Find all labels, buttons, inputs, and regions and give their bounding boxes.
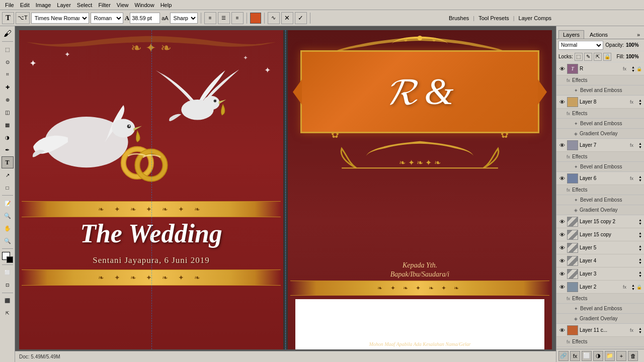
text-warp-btn[interactable]: ⌥T <box>16 12 30 24</box>
cancel-btn[interactable]: ✕ <box>281 12 293 24</box>
layer-visibility-8[interactable]: 👁 <box>558 99 566 106</box>
gradient-2[interactable]: ◈ Gradient Overlay <box>556 314 644 324</box>
layer-visibility-4[interactable]: 👁 <box>558 257 566 264</box>
layer-arrows-15c[interactable]: ▲▼ <box>638 231 642 238</box>
layer-item-r[interactable]: 👁 T R fx ▲▼ 🔒 <box>556 62 644 75</box>
layer-visibility-3[interactable]: 👁 <box>558 270 566 278</box>
font-family-select[interactable]: Times New Roman... <box>31 13 89 24</box>
layer-comps-label[interactable]: Layer Comps <box>519 15 551 21</box>
layer-item-6[interactable]: 👁 Layer 6 fx ▲▼ <box>556 172 644 185</box>
layer-arrows-r[interactable]: ▲▼ <box>631 65 635 72</box>
tool-presets-label[interactable]: Tool Presets <box>478 15 509 21</box>
brushes-label[interactable]: Brushes <box>449 15 469 21</box>
bevel-2[interactable]: ✦ Bevel and Emboss <box>556 304 644 314</box>
bevel-7[interactable]: ✦ Bevel and Emboss <box>556 162 644 172</box>
color-swatch-btn[interactable] <box>250 13 261 24</box>
layer-arrows-11c[interactable]: ▲▼ <box>638 327 642 334</box>
tool-marquee[interactable]: ⬚ <box>2 43 14 55</box>
tool-screen-mode[interactable]: ⬛ <box>2 295 14 307</box>
layer-fx-btn[interactable]: fx <box>570 351 580 361</box>
foreground-color[interactable] <box>2 252 13 263</box>
layer-adj-btn[interactable]: ◑ <box>593 351 603 361</box>
bevel-8[interactable]: ✦ Bevel and Emboss <box>556 119 644 129</box>
menu-window[interactable]: Window <box>132 2 157 9</box>
layer-visibility-6[interactable]: 👁 <box>558 175 566 182</box>
layer-arrows-8[interactable]: ▲▼ <box>638 99 642 106</box>
tool-lasso[interactable]: ⊙ <box>2 56 14 68</box>
tool-crop[interactable]: ⌗ <box>2 68 14 80</box>
layers-tab[interactable]: Layers <box>558 30 584 39</box>
layer-arrows-3[interactable]: ▲▼ <box>638 270 642 278</box>
tool-type[interactable]: T <box>2 156 14 168</box>
layer-group-btn[interactable]: 📁 <box>605 351 615 361</box>
tool-eraser[interactable]: ◫ <box>2 106 14 118</box>
font-style-select[interactable]: Roman <box>91 13 123 24</box>
layer-list[interactable]: 👁 T R fx ▲▼ 🔒 fx Effects ✦ Bevel and Emb… <box>556 62 644 349</box>
blend-mode-select[interactable]: Normal <box>558 41 603 50</box>
tool-notes[interactable]: 📝 <box>2 197 14 209</box>
tool-shape[interactable]: □ <box>2 182 14 194</box>
layer-visibility-15c[interactable]: 👁 <box>558 231 566 238</box>
layer-arrows-7[interactable]: ▲▼ <box>638 142 642 149</box>
type-tool-icon[interactable]: T <box>2 12 14 24</box>
layer-item-4[interactable]: 👁 Layer 4 ▲▼ <box>556 254 644 267</box>
layer-arrows-4[interactable]: ▲▼ <box>638 257 642 264</box>
layer-item-5[interactable]: 👁 Layer 5 ▲▼ <box>556 241 644 254</box>
layer-link-btn[interactable]: 🔗 <box>558 351 569 361</box>
menu-filter[interactable]: Filter <box>95 2 113 9</box>
actions-tab[interactable]: Actions <box>585 30 612 39</box>
tool-quickmask[interactable]: ⊡ <box>2 279 14 291</box>
font-size-field[interactable] <box>130 13 160 24</box>
layer-item-7[interactable]: 👁 Layer 7 fx ▲▼ <box>556 139 644 152</box>
tool-brush[interactable]: 🖌 <box>2 28 14 40</box>
layer-arrows-6[interactable]: ▲▼ <box>638 175 642 182</box>
layer-visibility-5[interactable]: 👁 <box>558 244 566 251</box>
lock-all-btn[interactable]: 🔒 <box>603 53 611 61</box>
menu-edit[interactable]: Edit <box>17 2 33 9</box>
layer-item-3[interactable]: 👁 Layer 3 ▲▼ <box>556 267 644 281</box>
layer-item-15c2[interactable]: 👁 Layer 15 copy 2 ▲▼ <box>556 215 644 228</box>
tool-dodge[interactable]: ◑ <box>2 131 14 143</box>
menu-help[interactable]: Help <box>157 2 175 9</box>
tool-eyedropper[interactable]: 🔍 <box>2 210 14 222</box>
menu-file[interactable]: File <box>2 2 17 9</box>
lock-transparent-btn[interactable]: ⬚ <box>575 53 583 61</box>
tool-mode-standard[interactable]: ⬜ <box>2 266 14 279</box>
warp-btn[interactable]: ∿ <box>268 12 280 24</box>
align-center-btn[interactable]: ☰ <box>218 12 230 24</box>
bevel-6[interactable]: ✦ Bevel and Emboss <box>556 195 644 205</box>
gradient-8[interactable]: ◈ Gradient Overlay <box>556 129 644 139</box>
tool-path[interactable]: ↗ <box>2 169 14 181</box>
tool-zoom[interactable]: 🔍 <box>2 235 14 247</box>
tool-hand[interactable]: ✋ <box>2 222 14 234</box>
tool-gradient[interactable]: ▦ <box>2 119 14 131</box>
layer-delete-btn[interactable]: 🗑 <box>628 351 638 361</box>
tool-goto-bridge[interactable]: ⇱ <box>2 307 14 319</box>
align-left-btn[interactable]: ≡ <box>204 12 216 24</box>
layer-mask-btn[interactable]: ⬜ <box>582 351 592 361</box>
panel-expand-btn[interactable]: » <box>635 31 642 39</box>
font-size-input[interactable]: A <box>125 13 160 24</box>
menu-view[interactable]: View <box>114 2 132 9</box>
lock-image-btn[interactable]: ✎ <box>584 53 592 61</box>
menu-image[interactable]: Image <box>33 2 54 9</box>
layer-visibility-7[interactable]: 👁 <box>558 142 566 149</box>
antialiasing-select[interactable]: Sharp <box>170 13 198 24</box>
layer-arrows-15c2[interactable]: ▲▼ <box>638 218 642 225</box>
layer-item-2[interactable]: 👁 Layer 2 fx ▲▼ 🔒 <box>556 281 644 294</box>
layer-item-11c[interactable]: 👁 Layer 11 c... fx ▲▼ <box>556 324 644 337</box>
layer-visibility-15c2[interactable]: 👁 <box>558 218 566 225</box>
layer-new-btn[interactable]: + <box>616 351 626 361</box>
menu-layer[interactable]: Layer <box>54 2 74 9</box>
menu-select[interactable]: Select <box>74 2 96 9</box>
layer-arrows-2[interactable]: ▲▼ <box>631 284 635 291</box>
layer-visibility-11c[interactable]: 👁 <box>558 327 566 334</box>
layer-visibility-r[interactable]: 👁 <box>558 65 566 72</box>
layer-arrows-5[interactable]: ▲▼ <box>638 244 642 251</box>
lock-position-btn[interactable]: ⇱ <box>594 53 602 61</box>
gradient-6[interactable]: ◈ Gradient Overlay <box>556 205 644 215</box>
layer-item-15c[interactable]: 👁 Layer 15 copy ▲▼ <box>556 228 644 241</box>
tool-pen[interactable]: ✒ <box>2 144 14 156</box>
tool-healing[interactable]: ✚ <box>2 81 14 93</box>
tool-clone[interactable]: ⊕ <box>2 94 14 106</box>
